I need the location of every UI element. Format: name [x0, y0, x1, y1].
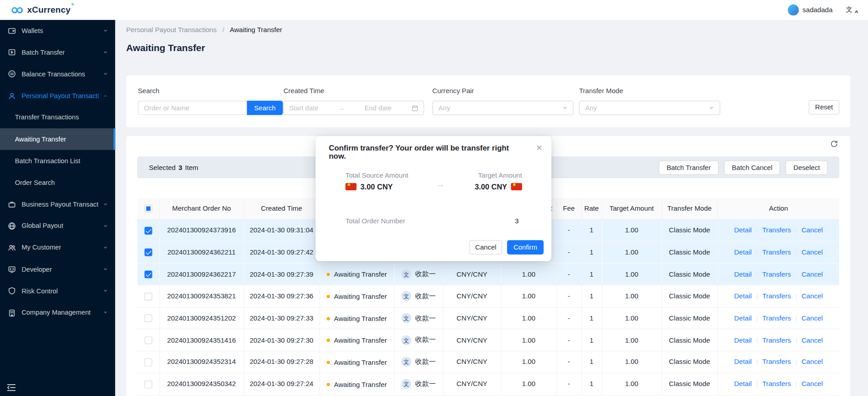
row-action-cancel[interactable]: Cancel [802, 314, 823, 322]
cell-created-time: 2024-01-30 09:27:33 [244, 307, 320, 330]
row-action-detail[interactable]: Detail [734, 358, 752, 366]
sidebar-item-label: Developer [22, 265, 52, 273]
row-action-detail[interactable]: Detail [734, 314, 752, 322]
row-action-transfers[interactable]: Transfers [762, 358, 791, 366]
table-row: 2024013009243512022024-01-30 09:27:33Awa… [138, 307, 840, 330]
sidebar-item-balance-transactions[interactable]: Balance Transactions [0, 63, 115, 85]
cell-name: 文收款一 [394, 373, 443, 395]
date-range-picker[interactable]: Start date → End date [284, 101, 424, 115]
row-action-cancel[interactable]: Cancel [802, 270, 823, 278]
select-all-checkbox[interactable] [144, 205, 152, 212]
table-row: 2024013009243538212024-01-30 09:27:36Awa… [138, 285, 840, 307]
row-action-detail[interactable]: Detail [734, 380, 752, 388]
row-action-detail[interactable]: Detail [734, 226, 752, 234]
col-rate: Rate [581, 198, 602, 219]
search-input[interactable] [138, 101, 247, 115]
row-action-detail[interactable]: Detail [734, 336, 752, 344]
chevron-down-icon [103, 71, 108, 76]
filter-search-group: Search Search [138, 87, 283, 115]
row-action-cancel[interactable]: Cancel [802, 292, 823, 300]
sidebar-item-business-payout-transactions[interactable]: Business Payout Transactions [0, 193, 115, 215]
transfer-mode-select[interactable]: Any [579, 101, 720, 115]
language-switch-icon[interactable]: 文A [846, 5, 856, 15]
row-checkbox[interactable] [144, 315, 152, 322]
sidebar-item-my-customer[interactable]: My Customer [0, 237, 115, 259]
filter-currency-pair-group: Currency Pair Any [432, 87, 574, 115]
batch-transfer-button[interactable]: Batch Transfer [659, 160, 718, 174]
row-action-detail[interactable]: Detail [734, 292, 752, 300]
sidebar-item-label: Wallets [22, 27, 43, 34]
brand-name: xCurrency× [27, 5, 74, 15]
end-date-field[interactable]: End date [365, 104, 392, 112]
sidebar-item-company-management[interactable]: Company Management [0, 302, 115, 324]
row-checkbox[interactable] [144, 249, 152, 256]
row-action-transfers[interactable]: Transfers [762, 314, 791, 322]
brand-logo[interactable]: xCurrency× [11, 0, 74, 20]
action-divider [796, 272, 797, 278]
close-icon[interactable]: ✕ [536, 143, 542, 153]
confirm-button[interactable]: Confirm [507, 240, 544, 255]
sidebar-item-wallets[interactable]: Wallets [0, 20, 115, 42]
calendar-icon [411, 104, 418, 112]
sidebar-item-global-payout[interactable]: Global Payout [0, 215, 115, 237]
cancel-button[interactable]: Cancel [470, 240, 502, 255]
target-amount: 3.00 CNY [474, 183, 522, 191]
currency-pair-select[interactable]: Any [432, 101, 574, 115]
business-icon [8, 200, 16, 208]
cell-created-time: 2024-01-30 09:27:39 [244, 263, 320, 285]
row-checkbox[interactable] [144, 271, 152, 278]
cell-target-amount: 1.00 [602, 219, 661, 241]
row-checkbox[interactable] [144, 226, 152, 234]
sidebar-collapse-trigger[interactable] [7, 383, 16, 392]
sidebar-item-risk-control[interactable]: Risk Control [0, 280, 115, 302]
row-action-transfers[interactable]: Transfers [762, 292, 791, 300]
transfer-mode-label: Transfer Mode [579, 87, 720, 94]
sidebar-item-transfer-transactions[interactable]: Transfer Transactions [0, 107, 115, 128]
row-action-cancel[interactable]: Cancel [802, 336, 823, 344]
row-checkbox[interactable] [144, 380, 152, 388]
cell-actions: DetailTransfersCancel [717, 373, 839, 395]
row-action-detail[interactable]: Detail [734, 249, 752, 256]
row-action-cancel[interactable]: Cancel [802, 358, 823, 366]
sidebar-item-developer[interactable]: Developer [0, 259, 115, 280]
row-checkbox[interactable] [144, 358, 152, 366]
cell-target-amount: 1.00 [602, 241, 661, 264]
topbar-right: sadadada 文A [787, 0, 856, 20]
row-action-transfers[interactable]: Transfers [762, 336, 791, 344]
row-action-detail[interactable]: Detail [734, 270, 752, 278]
sidebar-item-order-search[interactable]: Order Search [0, 172, 115, 193]
status-dot [327, 317, 330, 320]
row-action-cancel[interactable]: Cancel [802, 249, 823, 256]
currency-pair-label: Currency Pair [432, 87, 574, 94]
sidebar-item-batch-transaction-list[interactable]: Batch Transaction List [0, 150, 115, 172]
reset-button[interactable]: Reset [809, 100, 839, 115]
search-button[interactable]: Search [247, 101, 283, 115]
col-fee: Fee [556, 198, 581, 219]
row-checkbox[interactable] [144, 336, 152, 344]
cell-status: Awaiting Transfer [319, 263, 394, 285]
sidebar-item-label: Batch Transfer [22, 48, 65, 56]
row-action-cancel[interactable]: Cancel [802, 226, 823, 234]
row-action-transfers[interactable]: Transfers [762, 270, 791, 278]
cell-source-amount: 1.00 [501, 373, 556, 395]
row-action-transfers[interactable]: Transfers [762, 226, 791, 234]
sidebar-item-personal-payout-transactions[interactable]: Personal Payout Transactions [0, 85, 115, 107]
start-date-field[interactable]: Start date [289, 104, 318, 112]
row-checkbox[interactable] [144, 292, 152, 300]
developer-icon [8, 265, 16, 273]
action-divider [757, 250, 757, 255]
refresh-button[interactable] [830, 140, 838, 148]
cell-order-no: 202401300924373916 [159, 219, 243, 241]
row-action-transfers[interactable]: Transfers [762, 380, 791, 388]
row-action-cancel[interactable]: Cancel [802, 380, 823, 388]
user-menu[interactable]: sadadada [787, 5, 833, 15]
cell-order-no: 202401300924351416 [159, 329, 243, 351]
batch-cancel-button[interactable]: Batch Cancel [724, 160, 780, 174]
deselect-button[interactable]: Deselect [786, 160, 828, 174]
breadcrumb-parent[interactable]: Personal Payout Transactions [126, 26, 217, 34]
row-action-transfers[interactable]: Transfers [762, 249, 791, 256]
sidebar-item-awaiting-transfer[interactable]: Awaiting Transfer [0, 128, 115, 150]
sidebar-item-batch-transfer[interactable]: Batch Transfer [0, 42, 115, 63]
cell-rate: 1 [581, 241, 602, 264]
selection-summary: Selected 3 Item [149, 164, 198, 171]
